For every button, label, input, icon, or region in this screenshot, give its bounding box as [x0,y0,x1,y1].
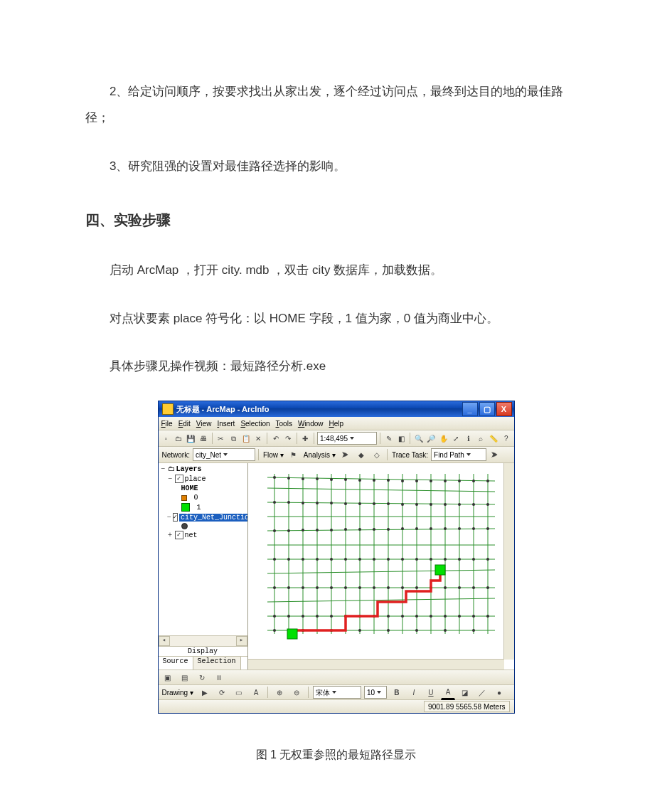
save-icon[interactable]: 💾 [186,431,197,445]
toc-tab-selection[interactable]: Selection [193,657,241,670]
toc-tab-source[interactable]: Source [159,657,193,670]
text-tool-icon[interactable]: A [249,685,263,699]
svg-point-127 [358,629,361,632]
font-color-icon[interactable]: A [441,684,455,700]
map-hscrollbar[interactable] [248,659,504,670]
menu-insert[interactable]: Insert [217,420,235,428]
marker-color-icon[interactable]: ● [492,685,506,699]
font-name-select[interactable]: 宋体 [313,686,361,699]
window-titlebar[interactable]: 无标题 - ArcMap - ArcInfo _ ▢ X [159,401,514,417]
minimize-button[interactable]: _ [462,402,478,416]
underline-icon[interactable]: U [424,685,438,699]
trace-task-select[interactable]: Find Path [431,448,486,461]
svg-point-69 [401,527,404,530]
scroll-track[interactable] [170,636,236,646]
edge-flag-icon[interactable]: ◇ [370,448,384,462]
font-size-select[interactable]: 10 [364,686,387,699]
status-bar: 9001.89 5565.58 Meters [159,699,514,713]
menu-help[interactable]: Help [329,420,343,428]
drawing-label[interactable]: Drawing ▾ [161,689,195,697]
toc-layer-net[interactable]: +✓net [160,530,246,540]
zoom-in-icon[interactable]: 🔍 [413,431,425,445]
shortest-path [292,570,440,634]
menu-bar[interactable]: File Edit View Insert Selection Tools Wi… [159,417,514,430]
table-of-contents[interactable]: −🗀Layers −✓place HOME 0 1 −✓city_Net_Jun… [159,463,248,670]
svg-point-100 [387,586,390,589]
zoom-in-draw-icon[interactable]: ⊕ [272,685,287,699]
copy-icon[interactable]: ⧉ [228,431,239,445]
new-doc-icon[interactable]: ▫ [161,431,172,445]
toc-tree[interactable]: −🗀Layers −✓place HOME 0 1 −✓city_Net_Jun… [159,463,247,635]
menu-file[interactable]: File [161,420,173,428]
flow-label[interactable]: Flow ▾ [262,451,285,459]
measure-icon[interactable]: 📏 [488,431,499,445]
bold-icon[interactable]: B [390,685,404,699]
menu-tools[interactable]: Tools [276,420,292,428]
toc-hscrollbar[interactable]: ◂ ▸ [159,635,247,646]
svg-point-131 [472,629,475,632]
data-view-icon[interactable]: ▣ [161,670,175,684]
line-color-icon[interactable]: ／ [475,685,489,699]
svg-point-95 [316,586,319,589]
menu-edit[interactable]: Edit [178,420,191,428]
undo-icon[interactable]: ↶ [270,431,282,445]
close-button[interactable]: X [496,402,512,416]
toc-value-0[interactable]: 0 [160,493,246,502]
catalog-icon[interactable]: ◧ [395,431,407,445]
layout-view-icon[interactable]: ▤ [178,670,192,684]
maximize-button[interactable]: ▢ [479,402,495,416]
svg-point-72 [444,527,447,530]
toc-value-1[interactable]: 1 [160,502,246,512]
svg-point-65 [344,528,347,531]
paste-icon[interactable]: 📋 [240,431,252,445]
open-icon[interactable]: 🗀 [173,431,184,445]
toc-layer-place[interactable]: −✓place [160,474,246,484]
map-vscrollbar[interactable] [503,463,514,660]
svg-point-53 [401,503,404,506]
toc-tabs: Source Selection [159,656,247,670]
menu-view[interactable]: View [196,420,212,428]
editor-pencil-icon[interactable]: ✎ [383,431,395,445]
full-extent-icon[interactable]: ⤢ [451,431,462,445]
map-canvas[interactable] [248,463,514,670]
find-icon[interactable]: ⌕ [476,431,487,445]
pause-draw-icon[interactable]: ⏸ [212,670,226,684]
flag-tool-icon[interactable]: ⚑ [287,448,301,462]
redo-icon[interactable]: ↷ [282,431,294,445]
scale-input[interactable]: 1:48,495 [317,432,377,445]
toc-layer-junctions[interactable]: −✓city_Net_Junctions [160,512,246,522]
svg-point-34 [358,479,361,482]
rectangle-tool-icon[interactable]: ▭ [232,685,246,699]
pan-icon[interactable]: ✋ [438,431,449,445]
svg-point-42 [472,480,475,482]
zoom-out-icon[interactable]: 🔎 [425,431,437,445]
menu-window[interactable]: Window [298,420,324,428]
analysis-menu[interactable]: Analysis ▾ [302,451,337,459]
svg-point-122 [472,615,475,618]
toc-root[interactable]: −🗀Layers [160,465,246,474]
help-icon[interactable]: ? [501,431,512,445]
refresh-icon[interactable]: ↻ [195,670,209,684]
svg-point-108 [273,615,276,618]
network-toolbar: Network: city_Net Flow ▾ ⚑ Analysis ▾ ⮞ … [159,447,514,463]
menu-selection[interactable]: Selection [240,420,270,428]
delete-icon[interactable]: ✕ [252,431,264,445]
svg-point-50 [358,502,361,505]
cut-icon[interactable]: ✂ [215,431,227,445]
select-arrow-icon[interactable]: ▶ [198,685,212,699]
trace-solve-icon[interactable]: ⮞ [488,448,502,462]
italic-icon[interactable]: I [407,685,421,699]
home-start-marker [287,629,297,639]
scroll-right-icon[interactable]: ▸ [236,636,247,646]
document-page: 2、给定访问顺序，按要求找出从家出发，逐个经过访问点，最终到达目的地的最佳路径；… [0,0,672,799]
identify-icon[interactable]: ℹ [463,431,474,445]
fill-color-icon[interactable]: ◪ [458,685,472,699]
scroll-left-icon[interactable]: ◂ [159,636,170,646]
junction-flag-icon[interactable]: ◆ [354,448,368,462]
zoom-out-draw-icon[interactable]: ⊖ [289,685,304,699]
print-icon[interactable]: 🖶 [198,431,209,445]
add-data-icon[interactable]: ✚ [300,431,311,445]
rotate-icon[interactable]: ⟳ [215,685,229,699]
solve-icon[interactable]: ⮞ [338,448,353,462]
network-select[interactable]: city_Net [193,448,255,461]
